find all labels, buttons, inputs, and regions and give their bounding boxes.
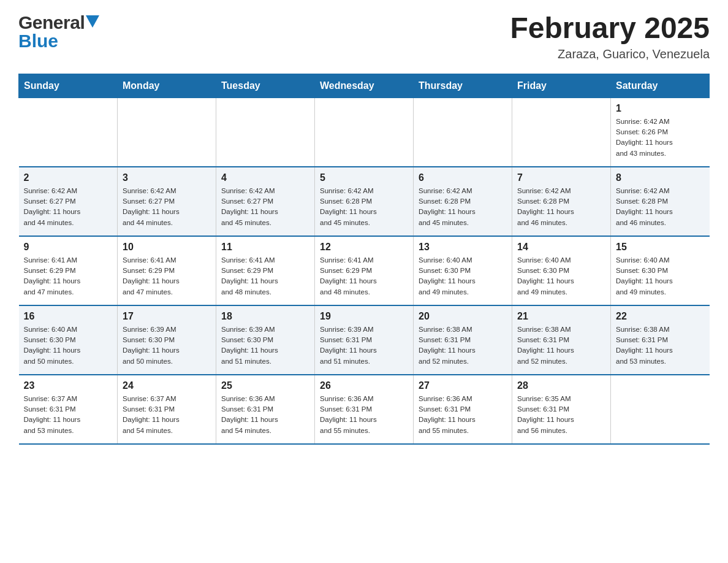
day-number: 8 (616, 172, 705, 183)
day-number: 4 (221, 172, 309, 183)
day-number: 21 (517, 311, 605, 322)
day-info: Sunrise: 6:42 AM Sunset: 6:26 PM Dayligh… (616, 117, 705, 159)
day-number: 14 (517, 242, 605, 253)
calendar-cell (512, 98, 611, 167)
day-info: Sunrise: 6:42 AM Sunset: 6:27 PM Dayligh… (221, 186, 309, 228)
day-info: Sunrise: 6:38 AM Sunset: 6:31 PM Dayligh… (616, 324, 705, 367)
header-wednesday: Wednesday (315, 74, 414, 98)
day-info: Sunrise: 6:37 AM Sunset: 6:31 PM Dayligh… (123, 394, 211, 436)
day-number: 5 (320, 172, 408, 183)
day-number: 22 (616, 311, 705, 322)
svg-marker-0 (86, 15, 99, 28)
calendar-cell: 22Sunrise: 6:38 AM Sunset: 6:31 PM Dayli… (611, 305, 710, 375)
calendar-cell: 24Sunrise: 6:37 AM Sunset: 6:31 PM Dayli… (118, 375, 216, 444)
calendar-cell (315, 98, 414, 167)
calendar-cell: 25Sunrise: 6:36 AM Sunset: 6:31 PM Dayli… (216, 375, 315, 444)
day-info: Sunrise: 6:40 AM Sunset: 6:30 PM Dayligh… (517, 255, 605, 297)
calendar-cell: 26Sunrise: 6:36 AM Sunset: 6:31 PM Dayli… (315, 375, 414, 444)
title-area: February 2025 Zaraza, Guarico, Venezuela (510, 12, 710, 61)
day-number: 26 (320, 380, 408, 391)
day-number: 10 (123, 242, 211, 253)
day-number: 25 (221, 380, 309, 391)
day-number: 28 (517, 380, 605, 391)
day-number: 9 (24, 242, 113, 253)
day-info: Sunrise: 6:40 AM Sunset: 6:30 PM Dayligh… (419, 255, 507, 297)
day-info: Sunrise: 6:39 AM Sunset: 6:30 PM Dayligh… (123, 324, 211, 367)
calendar-cell: 23Sunrise: 6:37 AM Sunset: 6:31 PM Dayli… (19, 375, 118, 444)
day-info: Sunrise: 6:41 AM Sunset: 6:29 PM Dayligh… (24, 255, 113, 297)
logo-blue-text: Blue (18, 31, 58, 52)
day-number: 6 (419, 172, 507, 183)
day-number: 2 (24, 172, 113, 183)
calendar-cell: 3Sunrise: 6:42 AM Sunset: 6:27 PM Daylig… (118, 167, 216, 236)
calendar-cell: 27Sunrise: 6:36 AM Sunset: 6:31 PM Dayli… (414, 375, 512, 444)
day-number: 13 (419, 242, 507, 253)
calendar-row: 1Sunrise: 6:42 AM Sunset: 6:26 PM Daylig… (19, 98, 710, 167)
calendar-cell (414, 98, 512, 167)
header-sunday: Sunday (19, 74, 118, 98)
day-info: Sunrise: 6:42 AM Sunset: 6:28 PM Dayligh… (419, 186, 507, 228)
calendar-cell: 10Sunrise: 6:41 AM Sunset: 6:29 PM Dayli… (118, 236, 216, 305)
calendar-cell: 12Sunrise: 6:41 AM Sunset: 6:29 PM Dayli… (315, 236, 414, 305)
calendar-cell: 2Sunrise: 6:42 AM Sunset: 6:27 PM Daylig… (19, 167, 118, 236)
day-info: Sunrise: 6:36 AM Sunset: 6:31 PM Dayligh… (221, 394, 309, 436)
calendar-cell: 18Sunrise: 6:39 AM Sunset: 6:30 PM Dayli… (216, 305, 315, 375)
calendar-cell: 1Sunrise: 6:42 AM Sunset: 6:26 PM Daylig… (611, 98, 710, 167)
calendar-row: 16Sunrise: 6:40 AM Sunset: 6:30 PM Dayli… (19, 305, 710, 375)
calendar-body: 1Sunrise: 6:42 AM Sunset: 6:26 PM Daylig… (19, 98, 710, 444)
calendar-cell (118, 98, 216, 167)
day-number: 3 (123, 172, 211, 183)
calendar-cell: 13Sunrise: 6:40 AM Sunset: 6:30 PM Dayli… (414, 236, 512, 305)
header-saturday: Saturday (611, 74, 710, 98)
calendar-cell: 4Sunrise: 6:42 AM Sunset: 6:27 PM Daylig… (216, 167, 315, 236)
calendar-cell: 6Sunrise: 6:42 AM Sunset: 6:28 PM Daylig… (414, 167, 512, 236)
day-number: 7 (517, 172, 605, 183)
calendar-cell: 28Sunrise: 6:35 AM Sunset: 6:31 PM Dayli… (512, 375, 611, 444)
header-tuesday: Tuesday (216, 74, 315, 98)
day-info: Sunrise: 6:42 AM Sunset: 6:28 PM Dayligh… (320, 186, 408, 228)
day-number: 12 (320, 242, 408, 253)
calendar-cell: 19Sunrise: 6:39 AM Sunset: 6:31 PM Dayli… (315, 305, 414, 375)
day-number: 18 (221, 311, 309, 322)
header-monday: Monday (118, 74, 216, 98)
day-info: Sunrise: 6:36 AM Sunset: 6:31 PM Dayligh… (320, 394, 408, 436)
calendar-cell: 11Sunrise: 6:41 AM Sunset: 6:29 PM Dayli… (216, 236, 315, 305)
day-info: Sunrise: 6:42 AM Sunset: 6:28 PM Dayligh… (616, 186, 705, 228)
logo: General Blue (18, 12, 99, 52)
header-friday: Friday (512, 74, 611, 98)
calendar-cell: 14Sunrise: 6:40 AM Sunset: 6:30 PM Dayli… (512, 236, 611, 305)
calendar-cell: 20Sunrise: 6:38 AM Sunset: 6:31 PM Dayli… (414, 305, 512, 375)
calendar-row: 9Sunrise: 6:41 AM Sunset: 6:29 PM Daylig… (19, 236, 710, 305)
day-info: Sunrise: 6:35 AM Sunset: 6:31 PM Dayligh… (517, 394, 605, 436)
calendar-cell: 7Sunrise: 6:42 AM Sunset: 6:28 PM Daylig… (512, 167, 611, 236)
day-info: Sunrise: 6:38 AM Sunset: 6:31 PM Dayligh… (419, 324, 507, 367)
calendar-row: 23Sunrise: 6:37 AM Sunset: 6:31 PM Dayli… (19, 375, 710, 444)
day-info: Sunrise: 6:42 AM Sunset: 6:27 PM Dayligh… (24, 186, 113, 228)
day-info: Sunrise: 6:42 AM Sunset: 6:27 PM Dayligh… (123, 186, 211, 228)
day-info: Sunrise: 6:41 AM Sunset: 6:29 PM Dayligh… (123, 255, 211, 297)
calendar-cell (216, 98, 315, 167)
calendar-cell: 17Sunrise: 6:39 AM Sunset: 6:30 PM Dayli… (118, 305, 216, 375)
calendar-cell: 8Sunrise: 6:42 AM Sunset: 6:28 PM Daylig… (611, 167, 710, 236)
day-info: Sunrise: 6:40 AM Sunset: 6:30 PM Dayligh… (616, 255, 705, 297)
day-info: Sunrise: 6:41 AM Sunset: 6:29 PM Dayligh… (221, 255, 309, 297)
calendar-cell: 15Sunrise: 6:40 AM Sunset: 6:30 PM Dayli… (611, 236, 710, 305)
day-info: Sunrise: 6:36 AM Sunset: 6:31 PM Dayligh… (419, 394, 507, 436)
day-info: Sunrise: 6:39 AM Sunset: 6:31 PM Dayligh… (320, 324, 408, 367)
day-number: 23 (24, 380, 113, 391)
day-info: Sunrise: 6:41 AM Sunset: 6:29 PM Dayligh… (320, 255, 408, 297)
calendar-row: 2Sunrise: 6:42 AM Sunset: 6:27 PM Daylig… (19, 167, 710, 236)
calendar-cell (19, 98, 118, 167)
day-number: 1 (616, 103, 705, 114)
calendar-table: Sunday Monday Tuesday Wednesday Thursday… (18, 74, 710, 445)
header-thursday: Thursday (414, 74, 512, 98)
calendar-cell: 21Sunrise: 6:38 AM Sunset: 6:31 PM Dayli… (512, 305, 611, 375)
calendar-cell: 9Sunrise: 6:41 AM Sunset: 6:29 PM Daylig… (19, 236, 118, 305)
day-info: Sunrise: 6:38 AM Sunset: 6:31 PM Dayligh… (517, 324, 605, 367)
day-number: 19 (320, 311, 408, 322)
location-subtitle: Zaraza, Guarico, Venezuela (510, 47, 710, 61)
weekday-header-row: Sunday Monday Tuesday Wednesday Thursday… (19, 74, 710, 98)
day-info: Sunrise: 6:39 AM Sunset: 6:30 PM Dayligh… (221, 324, 309, 367)
day-number: 15 (616, 242, 705, 253)
day-number: 16 (24, 311, 113, 322)
